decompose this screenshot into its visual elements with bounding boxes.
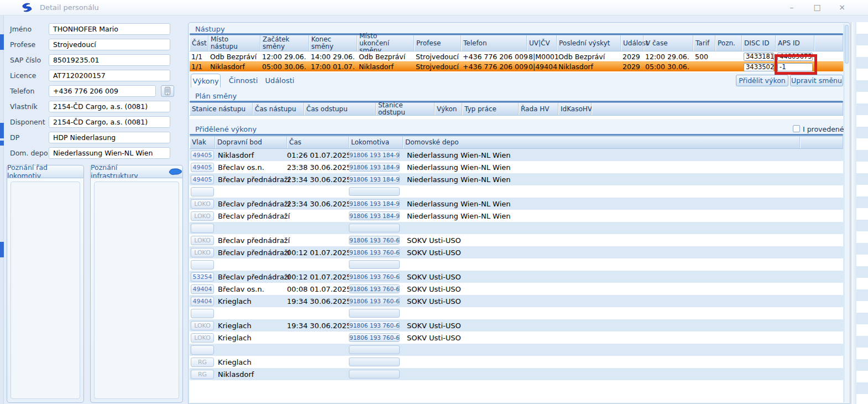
vlak-button[interactable]: LOKO (191, 199, 214, 209)
poznani-rad-lokomotiv-list[interactable] (7, 178, 84, 403)
vlak-button[interactable]: LOKO (191, 321, 214, 330)
lokomotiva-button[interactable]: 91806 193 760-6 (349, 284, 400, 293)
scrollbar-thumb[interactable] (845, 25, 849, 64)
vykon-row[interactable] (190, 222, 843, 234)
minimize-button[interactable]: – (782, 1, 801, 14)
vykon-row[interactable]: RG Niklasdorf (190, 368, 843, 380)
lokomotiva-button[interactable]: 91806 193 760-6 (349, 321, 400, 330)
aps-id-box[interactable]: -1 (777, 63, 813, 71)
disc-id-box[interactable]: 3433502 (744, 63, 774, 71)
vlak-button[interactable] (191, 345, 214, 355)
maximize-button[interactable]: □ (808, 1, 827, 14)
lokomotiva-button[interactable]: 91806 193 760-6 (349, 333, 400, 342)
lokomotiva-button[interactable]: 91806 193 184-9 (349, 175, 400, 184)
tab-vykony[interactable]: Výkony (191, 74, 221, 87)
call-phone-button[interactable] (161, 85, 174, 97)
vykon-row[interactable]: LOKO Krieglach 91806 193 760-6 SOKV Usti… (190, 332, 843, 344)
tab-poznani-infrastruktury[interactable]: Poznání infrastruktury (90, 165, 183, 178)
vykon-row[interactable] (190, 185, 843, 198)
column-header[interactable]: APS ID (776, 35, 814, 51)
vlak-button[interactable] (191, 224, 214, 233)
vykon-row[interactable]: LOKO Břeclav přednádraží 00:12 01.07.202… (190, 246, 843, 258)
column-header[interactable]: Řada HV (519, 103, 558, 115)
lokomotiva-button[interactable]: 91806 193 760-6 (349, 272, 400, 281)
vlak-button[interactable]: RG (191, 358, 214, 367)
column-header[interactable]: UV|ČV (527, 35, 557, 51)
vykon-row[interactable]: 49405 Niklasdorf 01:26 01.07.2025 91806 … (190, 149, 843, 161)
lokomotiva-button[interactable] (349, 309, 400, 318)
lokomotiva-button[interactable]: 91806 193 760-6 (349, 236, 400, 245)
dp-field[interactable]: HDP Niederlasung (49, 132, 170, 143)
column-header[interactable]: Místo nástupu (208, 35, 260, 51)
nastup-row[interactable]: 1/1 Odb Bezpráví 12:00 29.06. 14:00 29.0… (190, 51, 843, 61)
column-header[interactable]: Dopravní bod (215, 137, 287, 148)
vlak-button[interactable] (191, 309, 214, 318)
tab-cinnosti[interactable]: Činnosti (227, 74, 259, 87)
column-header[interactable]: Událost (621, 35, 644, 51)
lokomotiva-button[interactable]: 91806 193 184-9 (349, 199, 400, 208)
column-header[interactable]: Část (190, 35, 208, 51)
aps-id-box[interactable]: 44809675 (777, 53, 813, 61)
column-header[interactable]: Místo ukončení směny (357, 35, 414, 51)
telefon-field[interactable]: +436 776 206 009 (49, 85, 156, 97)
dom-depo-field[interactable]: Niederlassung Wien-NL Wien (49, 147, 170, 159)
column-header[interactable]: Tarif (693, 35, 715, 51)
lokomotiva-button[interactable] (349, 345, 400, 354)
vertical-scrollbar[interactable] (844, 24, 849, 402)
lokomotiva-button[interactable] (349, 370, 400, 379)
vlak-button[interactable]: 49405 (191, 163, 214, 172)
column-header[interactable]: Vlak (190, 137, 215, 148)
lokomotiva-button[interactable] (349, 260, 400, 269)
vlak-button[interactable]: 49405 (191, 151, 214, 160)
licence-field[interactable]: AT7120200157 (49, 70, 170, 81)
vlak-button[interactable]: 53254 (191, 272, 214, 282)
vykon-row[interactable]: LOKO Břeclav přednádraží 91806 193 184-9… (190, 210, 843, 222)
vykon-row[interactable]: LOKO Břeclav přednádraží 23:34 30.06.202… (190, 198, 843, 210)
lokomotiva-button[interactable]: 91806 193 760-6 (349, 297, 400, 305)
column-header[interactable]: Telefon (461, 35, 527, 51)
column-header[interactable]: Profese (414, 35, 461, 51)
vlak-button[interactable]: LOKO (191, 236, 214, 245)
vykon-row[interactable]: LOKO Břeclav přednádraží 91806 193 760-6… (190, 234, 843, 246)
vykon-row[interactable]: 53254 Břeclav přednádraží 00:12 01.07.20… (190, 271, 843, 283)
sap-cislo-field[interactable]: 85019235.01 (49, 54, 170, 66)
lokomotiva-button[interactable]: 91806 193 184-9 (349, 163, 400, 172)
vykon-row[interactable] (190, 307, 843, 319)
column-header[interactable]: Konec směny (309, 35, 357, 51)
disponent-field[interactable]: 2154-ČD Cargo, a.s. (0081) (49, 116, 170, 128)
lokomotiva-button[interactable]: 91806 193 184-9 (349, 151, 400, 159)
lokomotiva-button[interactable] (349, 187, 400, 196)
column-header[interactable]: Stanice nástupu (190, 103, 253, 115)
column-header[interactable]: Poslední výskyt (557, 35, 621, 51)
vlak-button[interactable]: LOKO (191, 333, 214, 343)
column-header[interactable]: Začátek směny (260, 35, 309, 51)
column-header[interactable]: Typ práce (462, 103, 519, 115)
jmeno-field[interactable]: THONHOFER Mario (49, 23, 170, 35)
column-header[interactable]: IdKasoHV (558, 103, 592, 115)
lokomotiva-button[interactable] (349, 358, 400, 366)
lokomotiva-button[interactable]: 91806 193 760-6 (349, 248, 400, 257)
vlak-button[interactable]: 49405 (191, 175, 214, 184)
panel-splitter[interactable] (851, 22, 856, 404)
vlak-button[interactable] (191, 187, 214, 196)
upravit-smenu-button[interactable]: Upravit směnu (790, 75, 843, 86)
vlak-button[interactable] (191, 260, 214, 270)
column-header[interactable]: Čas nástupu (253, 103, 304, 115)
vykon-row[interactable] (190, 258, 843, 271)
column-header[interactable]: V čase (644, 35, 693, 51)
vlak-button[interactable]: RG (191, 370, 214, 379)
column-header[interactable]: Lokomotiva (349, 137, 403, 148)
vykon-row[interactable] (190, 344, 843, 356)
vykon-row[interactable]: RG Krieglach (190, 356, 843, 368)
tab-poznani-rad-lokomotiv[interactable]: Poznání řad lokomotiv (7, 165, 84, 178)
lokomotiva-button[interactable] (349, 224, 400, 232)
vlak-button[interactable]: LOKO (191, 248, 214, 257)
vykon-row[interactable]: 49404 Krieglach 19:34 30.06.2025 91806 1… (190, 295, 843, 307)
column-header[interactable]: Výkon (435, 103, 462, 115)
column-header[interactable]: Stanice odstupu (376, 103, 435, 115)
column-header[interactable]: Čas odstupu (304, 103, 376, 115)
vlak-button[interactable]: 49404 (191, 297, 214, 306)
vykon-row[interactable]: LOKO Krieglach 19:34 30.06.2025 91806 19… (190, 319, 843, 332)
vlak-button[interactable]: LOKO (191, 211, 214, 221)
i-provedene-checkbox[interactable] (793, 125, 800, 132)
